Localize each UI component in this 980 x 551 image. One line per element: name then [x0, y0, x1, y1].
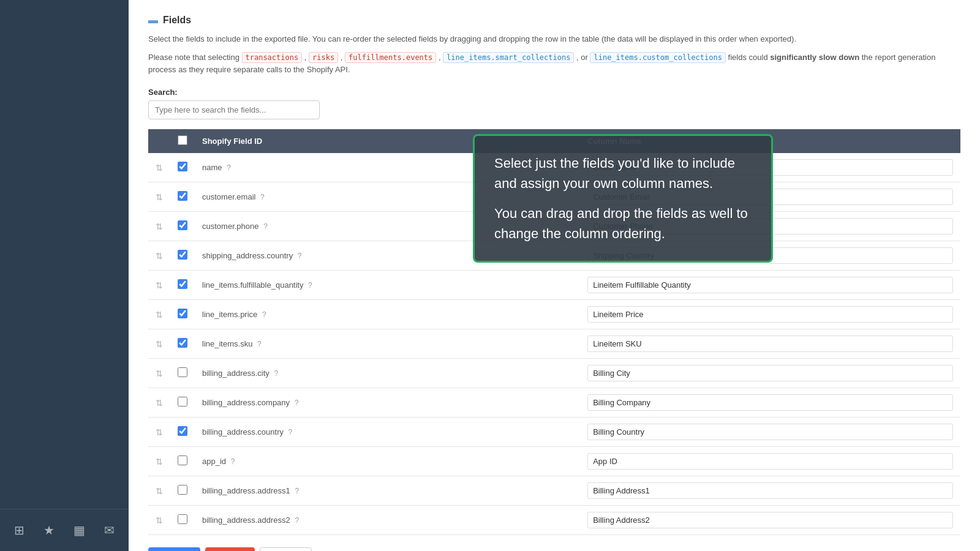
row-checkbox[interactable]	[178, 338, 187, 348]
checkbox-cell	[170, 300, 195, 329]
table-row: ⇅ app_id ?	[148, 447, 960, 476]
info-icon[interactable]: ?	[295, 399, 299, 407]
drag-handle-cell: ⇅	[148, 447, 170, 476]
field-id-cell: line_items.price ?	[195, 300, 580, 329]
drag-handle[interactable]: ⇅	[156, 398, 163, 408]
checkbox-cell	[170, 388, 195, 418]
info-icon[interactable]: ?	[263, 222, 268, 231]
table-row: ⇅ billing_address.address1 ?	[148, 476, 960, 506]
column-name-input[interactable]	[587, 247, 953, 264]
drag-handle[interactable]: ⇅	[156, 163, 163, 173]
drag-handle[interactable]: ⇅	[156, 222, 163, 231]
column-name-input[interactable]	[587, 424, 953, 440]
code-risks: risks	[309, 52, 338, 63]
column-name-input[interactable]	[587, 394, 953, 411]
delete-button[interactable]: Delete	[205, 547, 254, 551]
mail-icon[interactable]: ✉	[100, 519, 118, 541]
drag-handle[interactable]: ⇅	[156, 457, 163, 467]
row-checkbox[interactable]	[178, 220, 187, 230]
checkbox-cell	[170, 359, 195, 388]
info-icon[interactable]: ?	[295, 516, 299, 525]
field-id-label: billing_address.country	[202, 427, 284, 437]
column-name-input[interactable]	[587, 189, 953, 205]
info-icon[interactable]: ?	[308, 281, 312, 290]
checkbox-cell	[170, 329, 195, 359]
row-checkbox[interactable]	[178, 162, 187, 171]
header-checkbox	[170, 129, 195, 153]
field-id-label: line_items.sku	[202, 339, 252, 348]
drag-handle[interactable]: ⇅	[156, 369, 163, 378]
row-checkbox[interactable]	[178, 367, 187, 377]
row-checkbox[interactable]	[178, 426, 187, 436]
checkbox-cell	[170, 476, 195, 506]
grid-icon[interactable]: ▦	[70, 519, 89, 541]
column-name-input[interactable]	[587, 365, 953, 381]
column-name-input[interactable]	[587, 482, 953, 499]
info-icon[interactable]: ?	[227, 163, 231, 172]
field-id-cell: customer.phone ?	[195, 212, 580, 241]
field-id-label: line_items.fulfillable_quantity	[202, 280, 303, 290]
row-checkbox[interactable]	[178, 309, 187, 318]
checkbox-cell	[170, 447, 195, 476]
drag-handle[interactable]: ⇅	[156, 192, 163, 202]
sidebar-nav: ⊞ ★ ▦ ✉	[0, 509, 129, 551]
drag-handle[interactable]: ⇅	[156, 515, 163, 525]
row-checkbox[interactable]	[178, 279, 187, 289]
star-icon[interactable]: ★	[40, 519, 58, 541]
row-checkbox[interactable]	[178, 455, 187, 465]
main-content: ▬ Fields Select the fields to include in…	[129, 0, 980, 551]
row-checkbox[interactable]	[178, 250, 187, 260]
select-all-checkbox[interactable]	[178, 135, 187, 145]
field-id-label: shipping_address.country	[202, 251, 293, 260]
drag-handle-cell: ⇅	[148, 153, 170, 182]
drag-handle[interactable]: ⇅	[156, 486, 163, 496]
column-name-input[interactable]	[587, 306, 953, 323]
column-name-input[interactable]	[587, 159, 953, 176]
drag-handle-cell: ⇅	[148, 418, 170, 447]
table-wrapper: Shopify Field ID Column Name ⇅ name ? ⇅	[148, 129, 960, 535]
fields-note: Please note that selecting transactions …	[148, 51, 960, 77]
info-icon[interactable]: ?	[260, 193, 265, 201]
row-checkbox[interactable]	[178, 514, 187, 524]
update-button[interactable]: Update	[148, 547, 200, 551]
fields-icon: ▬	[148, 15, 158, 26]
column-name-input[interactable]	[587, 335, 953, 352]
drag-handle[interactable]: ⇅	[156, 427, 163, 437]
info-icon[interactable]: ?	[288, 428, 293, 437]
row-checkbox[interactable]	[178, 485, 187, 495]
info-icon[interactable]: ?	[298, 252, 302, 260]
field-id-cell: customer.email ?	[195, 182, 580, 212]
info-icon[interactable]: ?	[274, 369, 278, 378]
field-id-cell: line_items.fulfillable_quantity ?	[195, 271, 580, 300]
row-checkbox[interactable]	[178, 191, 187, 201]
column-name-input[interactable]	[587, 218, 953, 234]
search-input[interactable]	[148, 100, 320, 119]
drag-handle[interactable]: ⇅	[156, 280, 163, 290]
field-id-cell: billing_address.address1 ?	[195, 476, 580, 506]
info-icon[interactable]: ?	[257, 340, 262, 348]
code-smart: line_items.smart_collections	[443, 52, 574, 63]
dashboard-icon[interactable]: ⊞	[10, 519, 28, 541]
drag-handle[interactable]: ⇅	[156, 251, 163, 261]
drag-handle-cell: ⇅	[148, 359, 170, 388]
drag-handle-cell: ⇅	[148, 506, 170, 535]
field-id-label: line_items.price	[202, 310, 257, 319]
info-icon[interactable]: ?	[262, 310, 266, 319]
fields-table: Shopify Field ID Column Name ⇅ name ? ⇅	[148, 129, 960, 535]
column-name-input[interactable]	[587, 277, 953, 293]
table-row: ⇅ billing_address.company ?	[148, 388, 960, 418]
info-icon[interactable]: ?	[231, 457, 235, 466]
field-id-label: billing_address.company	[202, 398, 290, 407]
drag-handle-cell: ⇅	[148, 476, 170, 506]
drag-handle[interactable]: ⇅	[156, 310, 163, 320]
column-name-cell	[580, 418, 960, 447]
row-checkbox[interactable]	[178, 397, 187, 407]
field-id-cell: shipping_address.country ?	[195, 241, 580, 271]
column-name-input[interactable]	[587, 453, 953, 470]
cancel-button[interactable]: Cancel	[260, 547, 312, 551]
column-name-cell	[580, 271, 960, 300]
column-name-input[interactable]	[587, 512, 953, 528]
info-icon[interactable]: ?	[295, 487, 299, 495]
checkbox-cell	[170, 182, 195, 212]
drag-handle[interactable]: ⇅	[156, 339, 163, 349]
